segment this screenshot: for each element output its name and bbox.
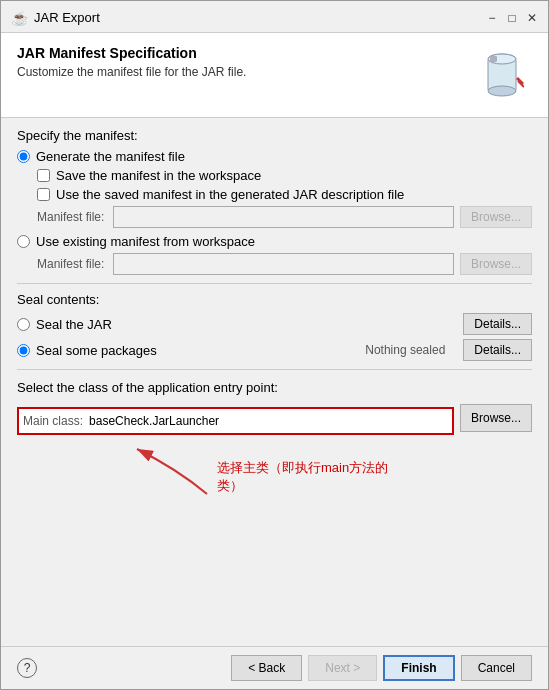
seal-jar-label: Seal the JAR [36, 317, 112, 332]
svg-rect-4 [490, 56, 497, 62]
use-existing-manifest-row[interactable]: Use existing manifest from workspace [17, 234, 532, 249]
divider-2 [17, 369, 532, 370]
title-bar-controls: − □ ✕ [484, 10, 540, 26]
next-button[interactable]: Next > [308, 655, 377, 681]
header-title: JAR Manifest Specification [17, 45, 472, 61]
close-button[interactable]: ✕ [524, 10, 540, 26]
footer-right: < Back Next > Finish Cancel [231, 655, 532, 681]
main-class-input[interactable] [87, 411, 448, 431]
seal-section: Seal contents: Seal the JAR Details... S… [17, 292, 532, 361]
browse-button-1[interactable]: Browse... [460, 206, 532, 228]
manifest-file-input-2[interactable] [113, 253, 454, 275]
minimize-button[interactable]: − [484, 10, 500, 26]
nothing-sealed-label: Nothing sealed [365, 343, 445, 357]
save-manifest-checkbox[interactable] [37, 169, 50, 182]
manifest-file-input-1[interactable] [113, 206, 454, 228]
seal-packages-left[interactable]: Seal some packages [17, 343, 157, 358]
seal-packages-row: Seal some packages Nothing sealed Detail… [17, 339, 532, 361]
help-button[interactable]: ? [17, 658, 37, 678]
jar-export-dialog: ☕ JAR Export − □ ✕ JAR Manifest Specific… [0, 0, 549, 690]
header-icon [472, 45, 532, 105]
header-text: JAR Manifest Specification Customize the… [17, 45, 472, 79]
seal-jar-row: Seal the JAR Details... [17, 313, 532, 335]
use-saved-manifest-row[interactable]: Use the saved manifest in the generated … [37, 187, 532, 202]
save-manifest-label: Save the manifest in the workspace [56, 168, 261, 183]
seal-packages-details-button[interactable]: Details... [463, 339, 532, 361]
generate-manifest-row[interactable]: Generate the manifest file [17, 149, 532, 164]
use-saved-manifest-label: Use the saved manifest in the generated … [56, 187, 404, 202]
seal-packages-radio[interactable] [17, 344, 30, 357]
finish-button[interactable]: Finish [383, 655, 454, 681]
title-bar: ☕ JAR Export − □ ✕ [1, 1, 548, 33]
footer-left: ? [17, 658, 37, 678]
manifest-file-row-1: Manifest file: Browse... [37, 206, 532, 228]
main-content: Specify the manifest: Generate the manif… [1, 118, 548, 646]
generate-manifest-radio[interactable] [17, 150, 30, 163]
manifest-section-label: Specify the manifest: [17, 128, 532, 143]
seal-packages-label: Seal some packages [36, 343, 157, 358]
manifest-file-label-2: Manifest file: [37, 257, 107, 271]
use-existing-manifest-radio[interactable] [17, 235, 30, 248]
header-section: JAR Manifest Specification Customize the… [1, 33, 548, 118]
cancel-button[interactable]: Cancel [461, 655, 532, 681]
entry-point-section: Select the class of the application entr… [17, 380, 532, 519]
annotation-area: 选择主类（即执行main方法的 类） [17, 439, 532, 519]
use-saved-manifest-checkbox[interactable] [37, 188, 50, 201]
title-bar-icon: ☕ [11, 10, 28, 26]
seal-jar-left[interactable]: Seal the JAR [17, 317, 112, 332]
divider-1 [17, 283, 532, 284]
main-class-row: Main class: [17, 407, 454, 435]
maximize-button[interactable]: □ [504, 10, 520, 26]
manifest-file-label-1: Manifest file: [37, 210, 107, 224]
main-class-container: Main class: Browse... [17, 401, 532, 435]
jar-svg-icon [480, 49, 524, 101]
seal-jar-right: Details... [457, 313, 532, 335]
manifest-file-row-2: Manifest file: Browse... [37, 253, 532, 275]
footer: ? < Back Next > Finish Cancel [1, 646, 548, 689]
title-bar-text: JAR Export [34, 10, 484, 25]
entry-point-label: Select the class of the application entr… [17, 380, 532, 395]
generate-manifest-label: Generate the manifest file [36, 149, 185, 164]
seal-packages-right: Nothing sealed Details... [365, 339, 532, 361]
use-existing-manifest-label: Use existing manifest from workspace [36, 234, 255, 249]
annotation-text: 选择主类（即执行main方法的 类） [217, 459, 388, 495]
save-manifest-row[interactable]: Save the manifest in the workspace [37, 168, 532, 183]
main-class-browse-button[interactable]: Browse... [460, 404, 532, 432]
seal-jar-radio[interactable] [17, 318, 30, 331]
browse-button-2[interactable]: Browse... [460, 253, 532, 275]
back-button[interactable]: < Back [231, 655, 302, 681]
header-subtitle: Customize the manifest file for the JAR … [17, 65, 472, 79]
seal-jar-details-button[interactable]: Details... [463, 313, 532, 335]
main-class-label: Main class: [23, 414, 83, 428]
seal-section-label: Seal contents: [17, 292, 532, 307]
svg-point-2 [488, 86, 516, 96]
